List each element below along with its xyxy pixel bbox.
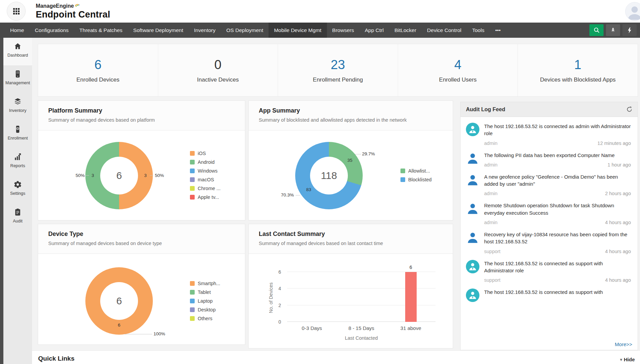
bar-column: 6 (386, 272, 436, 322)
x-category-label: 8 - 15 Days (337, 325, 386, 331)
user-profile-avatar[interactable] (625, 2, 640, 21)
hide-toggle[interactable]: ▾ Hide (620, 357, 635, 362)
app-donut-chart[interactable]: 118 (295, 142, 363, 209)
legend-label: Allowlist... (408, 168, 430, 174)
sidebar: Dashboard Management Inventory Enrollmen… (3, 38, 32, 364)
audit-log-entry[interactable]: The host 192.168.53.52 is connected as s… (461, 254, 638, 283)
card-header: App Summary Summary of blocklisted and a… (249, 101, 453, 130)
audit-log-header: Audit Log Feed (461, 102, 638, 117)
legend-label: Smartph... (198, 281, 220, 286)
audit-log-list: The host 192.168.53.52 is connected as a… (461, 117, 638, 350)
bar-chart-area: No. of Devices 0246 6 0-3 Days8 - 15 Day… (249, 254, 453, 348)
legend-item[interactable]: Smartph... (190, 281, 220, 286)
home-icon (13, 42, 22, 51)
nav-tab[interactable]: Inventory (189, 23, 221, 38)
audit-timestamp: 1 hour ago (608, 162, 631, 168)
legend-item[interactable]: Allowlist... (400, 168, 432, 174)
audit-log-entry[interactable]: The following PII data has been exported… (461, 146, 638, 168)
stat-label: Enrolled Devices (77, 77, 120, 83)
user-avatar-icon (466, 202, 479, 215)
data-label: 29.7% (362, 151, 375, 156)
device-type-card: Device Type Summary of managed devices b… (38, 224, 245, 345)
sidebar-item-settings[interactable]: Settings (3, 176, 32, 204)
audit-log-entry[interactable]: Remote Shutdown operation Shutdown for t… (461, 196, 638, 225)
legend-label: iOS (198, 151, 206, 156)
audit-message: Remote Shutdown operation Shutdown for t… (484, 202, 631, 216)
bar-value-label: 6 (410, 265, 412, 270)
search-button[interactable] (589, 24, 604, 36)
audit-message: A new geofence policy "Geofence - Omdia … (484, 173, 631, 188)
legend-item[interactable]: Blocklisted (400, 177, 432, 182)
app-launcher-button[interactable] (7, 2, 26, 21)
card-header: Device Type Summary of managed devices b… (38, 224, 245, 254)
nav-tab[interactable]: Home (5, 23, 29, 38)
nav-tab[interactable]: Device Control (422, 23, 467, 38)
bar[interactable] (405, 272, 417, 322)
sidebar-item-reports[interactable]: Reports (3, 148, 32, 176)
legend-item[interactable]: Laptop (190, 298, 220, 304)
y-tick-label: 2 (278, 303, 281, 308)
nav-tab[interactable]: Configurations (29, 23, 74, 38)
quick-actions-button[interactable] (622, 24, 637, 36)
stat-card[interactable]: 1 Devices with Blocklisted Apps (518, 44, 638, 96)
nav-tab[interactable]: App Ctrl (359, 23, 389, 38)
clipboard-icon (13, 208, 22, 216)
nav-tab[interactable]: Mobile Device Mgmt (269, 23, 327, 38)
rocket-button[interactable] (606, 24, 620, 36)
sidebar-item-management[interactable]: Management (3, 65, 32, 93)
app-header: ManageEngine Endpoint Central (0, 0, 640, 23)
audit-log-entry[interactable]: The host 192.168.53.52 is connected as a… (461, 117, 638, 146)
chart-legend: Allowlist... Blocklisted (400, 168, 432, 182)
card-subtitle: Summary of managed devices based on last… (259, 241, 443, 246)
refresh-button[interactable] (627, 107, 632, 112)
sidebar-item-inventory[interactable]: Inventory (3, 93, 32, 121)
brand-name: ManageEngine (36, 3, 74, 9)
legend-item[interactable]: Chrome ... (190, 186, 221, 191)
legend-item[interactable]: Tablet (190, 290, 220, 295)
stat-card[interactable]: 4 Enrolled Users (398, 44, 518, 96)
quick-links-section (32, 351, 640, 364)
legend-item[interactable]: Android (190, 159, 221, 165)
nav-tab[interactable]: BitLocker (389, 23, 422, 38)
sidebar-item-enrollment[interactable]: Enrollment (3, 121, 32, 148)
app-summary-card: App Summary Summary of blocklisted and a… (248, 100, 453, 220)
user-avatar-icon (466, 231, 479, 244)
bar-cats: 0-3 Days8 - 15 Days31 above (287, 325, 436, 331)
lightning-icon (627, 27, 632, 34)
audit-log-entry[interactable]: Recovery key of vijay-10834 resource has… (461, 225, 638, 254)
audit-user: admin (484, 162, 498, 168)
sidebar-item-audit[interactable]: Audit (3, 204, 32, 231)
data-label: 50% (155, 173, 164, 178)
legend-item[interactable]: Desktop (190, 307, 220, 312)
audit-timestamp: 4 hours ago (605, 249, 631, 254)
sidebar-item-dashboard[interactable]: Dashboard (3, 38, 32, 65)
user-avatar-icon (466, 260, 479, 273)
legend-label: Windows (198, 168, 218, 174)
more-link[interactable]: More>> (611, 341, 632, 348)
legend-item[interactable]: Windows (190, 168, 221, 174)
audit-log-entry[interactable]: The host 192.168.53.52 is connected as s… (461, 283, 638, 302)
legend-item[interactable]: Others (190, 316, 220, 321)
leader-line (86, 175, 89, 176)
stat-card[interactable]: 6 Enrolled Devices (38, 44, 158, 96)
legend-item[interactable]: Apple tv... (190, 194, 221, 200)
nav-tab[interactable]: Tools (467, 23, 490, 38)
legend-label: Apple tv... (198, 194, 219, 200)
leader-line (124, 334, 152, 334)
stat-card[interactable]: 23 Enrollment Pending (278, 44, 398, 96)
nav-tab[interactable]: Threats & Patches (74, 23, 128, 38)
collapsed-panel-strip[interactable] (0, 38, 3, 364)
legend-swatch (190, 151, 195, 156)
bar-cols: 6 (287, 272, 436, 322)
endpoint-central-app: ManageEngine Endpoint Central Home Confi… (0, 0, 640, 364)
legend-item[interactable]: macOS (190, 177, 221, 182)
nav-tab[interactable]: OS Deployment (221, 23, 269, 38)
legend-swatch (190, 307, 195, 312)
nav-tab[interactable]: Browsers (327, 23, 360, 38)
nav-tab[interactable]: ••• (490, 23, 506, 38)
audit-message: Recovery key of vijay-10834 resource has… (484, 231, 631, 245)
legend-item[interactable]: iOS (190, 151, 221, 156)
audit-log-entry[interactable]: A new geofence policy "Geofence - Omdia … (461, 168, 638, 196)
stat-card[interactable]: 0 Inactive Devices (158, 44, 278, 96)
nav-tab[interactable]: Software Deployment (128, 23, 189, 38)
